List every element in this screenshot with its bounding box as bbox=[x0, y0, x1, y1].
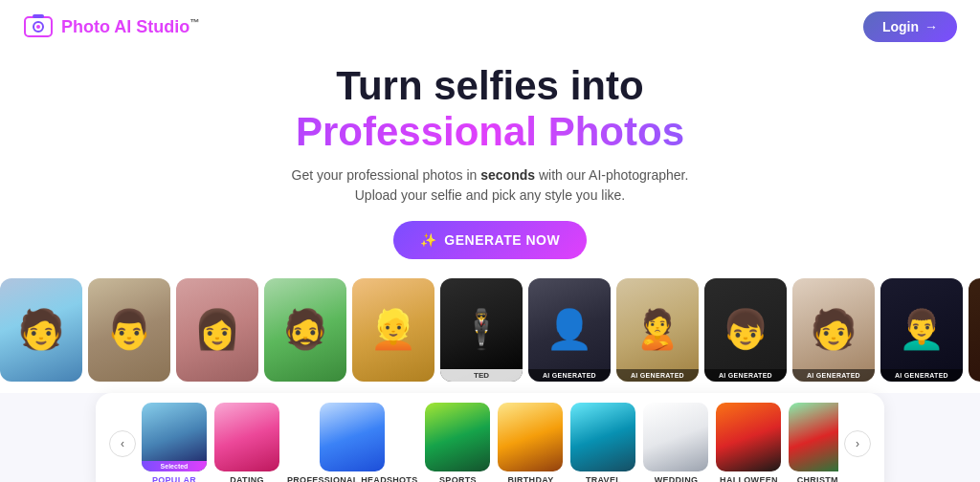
categories-list: SelectedPOPULARDATINGPROFESSIONAL HEADSH… bbox=[142, 403, 838, 482]
category-label-halloween: HALLOWEEN bbox=[720, 475, 778, 482]
photo-card-p5: 👱 bbox=[352, 278, 434, 382]
photo-card-p10: 🧑 bbox=[792, 278, 875, 382]
category-thumb-halloween bbox=[716, 403, 781, 471]
category-item-dating[interactable]: DATING bbox=[214, 403, 279, 482]
category-thumb-popular: Selected bbox=[142, 403, 207, 471]
photo-card-p1: 🧑 bbox=[0, 278, 82, 382]
photo-strip-container: 🧑👨👩🧔👱🕴️👤🙎👦🧑👨‍🦱🧑‍🦱 bbox=[0, 271, 980, 389]
logo-icon bbox=[23, 11, 54, 42]
categories-wrapper: ‹ SelectedPOPULARDATINGPROFESSIONAL HEAD… bbox=[96, 393, 884, 482]
login-button[interactable]: Login → bbox=[863, 11, 957, 42]
photo-card-p3: 👩 bbox=[176, 278, 258, 382]
generate-button[interactable]: GENERATE NOW bbox=[393, 221, 587, 259]
bottom-section: ‹ SelectedPOPULARDATINGPROFESSIONAL HEAD… bbox=[0, 393, 980, 482]
categories-next-button[interactable]: › bbox=[844, 430, 871, 457]
category-label-popular: POPULAR bbox=[152, 475, 196, 482]
category-item-wedding[interactable]: WEDDING bbox=[643, 403, 708, 482]
category-item-christmas[interactable]: CHRISTM... bbox=[789, 403, 838, 482]
category-thumb-headshots bbox=[320, 403, 385, 471]
photo-card-p7: 👤 bbox=[528, 278, 611, 382]
categories-prev-button[interactable]: ‹ bbox=[109, 430, 136, 457]
photo-card-p8: 🙎 bbox=[616, 278, 699, 382]
logo: Photo AI Studio™ bbox=[23, 11, 199, 42]
category-item-headshots[interactable]: PROFESSIONAL HEADSHOTS bbox=[287, 403, 417, 482]
photo-card-p9: 👦 bbox=[704, 278, 787, 382]
category-label-dating: DATING bbox=[230, 475, 264, 482]
category-thumb-sports bbox=[425, 403, 490, 471]
category-thumb-dating bbox=[214, 403, 279, 471]
svg-point-2 bbox=[36, 25, 40, 29]
hero-section: Turn selfies into Professional Photos Ge… bbox=[0, 54, 980, 271]
selected-badge: Selected bbox=[142, 461, 207, 471]
photo-card-p2: 👨 bbox=[88, 278, 170, 382]
category-label-birthday: BIRTHDAY bbox=[507, 475, 553, 482]
category-thumb-wedding bbox=[643, 403, 708, 471]
category-label-wedding: WEDDING bbox=[655, 475, 699, 482]
category-label-christmas: CHRISTM... bbox=[797, 475, 838, 482]
hero-title-line1: Turn selfies into bbox=[19, 63, 961, 109]
photo-card-p12: 🧑‍🦱 bbox=[969, 278, 980, 382]
hero-subtitle: Get your professional photos in seconds … bbox=[19, 165, 961, 206]
category-item-travel[interactable]: TRAVEL bbox=[570, 403, 635, 482]
photo-card-p6: 🕴️ bbox=[440, 278, 523, 382]
photo-card-p4: 🧔 bbox=[264, 278, 346, 382]
category-item-birthday[interactable]: BIRTHDAY bbox=[498, 403, 563, 482]
category-thumb-christmas bbox=[789, 403, 838, 471]
category-thumb-travel bbox=[570, 403, 635, 471]
category-label-headshots: PROFESSIONAL HEADSHOTS bbox=[287, 475, 417, 482]
category-label-sports: SPORTS bbox=[439, 475, 477, 482]
hero-title-line2: Professional Photos bbox=[19, 109, 961, 155]
photo-strip: 🧑👨👩🧔👱🕴️👤🙎👦🧑👨‍🦱🧑‍🦱 bbox=[0, 271, 980, 389]
svg-rect-3 bbox=[33, 14, 44, 18]
logo-text: Photo AI Studio™ bbox=[61, 17, 199, 37]
category-item-halloween[interactable]: HALLOWEEN bbox=[716, 403, 781, 482]
category-label-travel: TRAVEL bbox=[586, 475, 621, 482]
header: Photo AI Studio™ Login → bbox=[0, 0, 980, 54]
photo-card-p11: 👨‍🦱 bbox=[880, 278, 963, 382]
category-thumb-birthday bbox=[498, 403, 563, 471]
category-item-popular[interactable]: SelectedPOPULAR bbox=[142, 403, 207, 482]
category-item-sports[interactable]: SPORTS bbox=[425, 403, 490, 482]
